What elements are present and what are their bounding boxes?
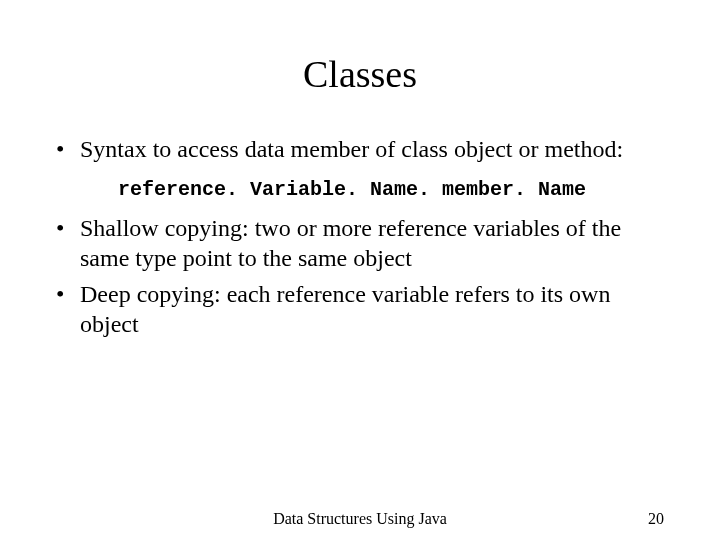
footer-source: Data Structures Using Java (0, 510, 720, 528)
bullet-list: Syntax to access data member of class ob… (56, 134, 664, 164)
bullet-item: Deep copying: each reference variable re… (56, 279, 664, 339)
slide-title: Classes (56, 52, 664, 96)
footer-page-number: 20 (648, 510, 664, 528)
bullet-list: Shallow copying: two or more reference v… (56, 213, 664, 339)
slide: Classes Syntax to access data member of … (0, 0, 720, 540)
code-sample: reference. Variable. Name. member. Name (118, 178, 664, 201)
bullet-item: Syntax to access data member of class ob… (56, 134, 664, 164)
bullet-item: Shallow copying: two or more reference v… (56, 213, 664, 273)
